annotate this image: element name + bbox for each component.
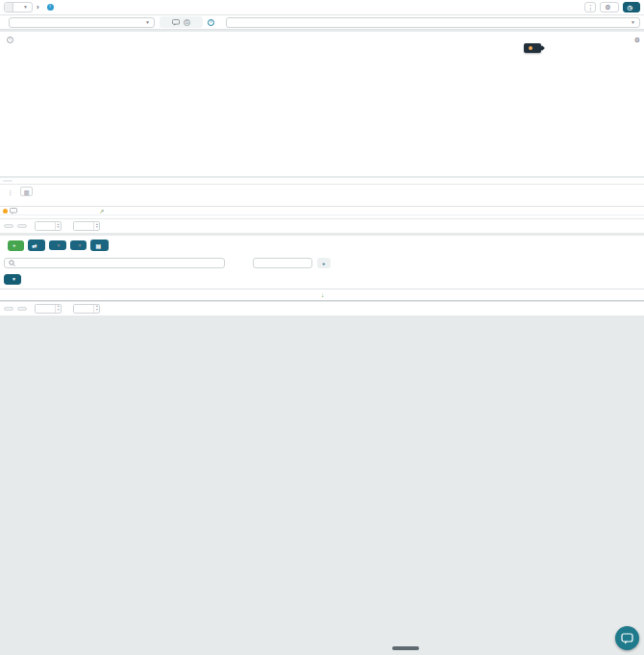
share-of-voice-card: i ⚙ xyxy=(0,32,644,176)
stepper-icon[interactable]: ▲▼ xyxy=(55,305,61,313)
share-of-voice-chart[interactable] xyxy=(4,45,640,176)
compare-arrows-icon: ⇄ xyxy=(33,242,37,249)
chevron-down-icon: ▼ xyxy=(23,5,28,10)
serp-datetime-button[interactable]: ▼ xyxy=(4,274,21,285)
app-root: ▼ › i ⋮ ⚙ ◷ ▼ G i xyxy=(0,0,644,315)
compare-history-button[interactable]: + xyxy=(8,240,24,251)
serp-results-card: + ⇄ ▼ ▼ ▤ + ▼ ↓ xyxy=(0,236,644,315)
chart-settings-icon[interactable]: ⚙ xyxy=(634,37,640,43)
summary-table-header xyxy=(0,198,644,207)
collapse-items-button[interactable]: ▤ xyxy=(90,239,109,251)
serp-pagination: ▲▼ ▲▼ xyxy=(0,301,644,315)
show-input[interactable] xyxy=(74,222,93,230)
sort-desc-icon[interactable]: ↓ xyxy=(321,291,324,298)
keyword-id-link[interactable]: i xyxy=(208,19,216,26)
collapse-icon: ▤ xyxy=(95,242,101,249)
info-icon: i xyxy=(208,19,214,26)
manage-project-button[interactable]: ⚙ xyxy=(600,2,618,13)
stepper-icon[interactable]: ▲▼ xyxy=(93,222,99,230)
chat-bubble-icon xyxy=(621,633,633,644)
comment-icon[interactable] xyxy=(172,19,180,26)
columns-button[interactable]: ▥ xyxy=(20,187,33,196)
keyword-group: G xyxy=(160,16,203,28)
prev-page-button[interactable] xyxy=(4,307,13,311)
summary-card: ⋮ ▥ ↗ ▲▼ xyxy=(0,178,644,233)
focus-select[interactable]: ▼ xyxy=(9,17,155,28)
top-bar: ▼ › i ⋮ ⚙ ◷ xyxy=(0,0,644,15)
metrics-select-button[interactable]: ▼ xyxy=(70,240,87,250)
plus-icon: + xyxy=(12,242,16,248)
info-icon[interactable]: i xyxy=(7,37,13,43)
next-page-button[interactable] xyxy=(17,224,27,228)
trend-up-icon: ↗ xyxy=(99,208,104,214)
comment-icon xyxy=(10,208,17,214)
clock-icon: ◷ xyxy=(628,4,633,11)
tab-history[interactable] xyxy=(14,180,24,182)
chevron-down-icon: ▼ xyxy=(631,20,635,25)
view-select-button[interactable]: ▼ xyxy=(49,240,66,250)
summary-keyword-row[interactable]: ↗ xyxy=(0,207,644,215)
search-input[interactable] xyxy=(4,258,225,268)
chevron-down-icon: ▼ xyxy=(78,243,83,248)
series-dot-icon xyxy=(529,46,533,50)
breadcrumb-chevron-icon: › xyxy=(37,3,39,12)
next-page-button[interactable] xyxy=(17,307,27,311)
serp-table-header: ↓ xyxy=(0,289,644,301)
add-more-button[interactable]: + xyxy=(317,258,331,268)
project-selector[interactable]: ▼ xyxy=(4,2,33,13)
color-swatch[interactable] xyxy=(239,259,248,267)
date-range-button[interactable]: ◷ xyxy=(623,2,641,13)
chart-tooltip xyxy=(524,43,541,53)
google-engine-icon: G xyxy=(184,19,190,26)
page-input[interactable] xyxy=(36,222,55,230)
stepper-icon[interactable]: ▲▼ xyxy=(55,222,61,230)
quick-compare-button[interactable]: ⇄ xyxy=(28,239,45,251)
chat-button[interactable] xyxy=(615,626,639,650)
filter-bar: ▼ G i ▼ xyxy=(0,15,644,30)
chevron-down-icon: ▼ xyxy=(145,20,150,25)
chevron-down-icon: ▼ xyxy=(57,243,62,248)
color-hex-input[interactable] xyxy=(253,258,312,268)
stepper-icon[interactable]: ▲▼ xyxy=(93,305,99,313)
page-input[interactable] xyxy=(36,305,55,313)
segment-select[interactable]: ▼ xyxy=(226,17,640,28)
more-actions-button[interactable]: ⋮ xyxy=(584,2,596,13)
keyword-color-dot xyxy=(3,209,8,214)
prev-page-button[interactable] xyxy=(4,224,13,228)
summary-pagination: ▲▼ ▲▼ xyxy=(0,218,644,233)
gear-icon: ⚙ xyxy=(605,4,610,11)
search-icon xyxy=(9,260,15,266)
info-icon[interactable]: i xyxy=(47,4,54,11)
horizontal-scrollbar-thumb[interactable] xyxy=(392,646,419,650)
show-input[interactable] xyxy=(74,305,93,313)
tab-summary[interactable] xyxy=(3,180,12,182)
kebab-menu-button[interactable]: ⋮ xyxy=(4,187,16,196)
project-label xyxy=(5,3,13,12)
chevron-down-icon: ▼ xyxy=(12,277,16,282)
